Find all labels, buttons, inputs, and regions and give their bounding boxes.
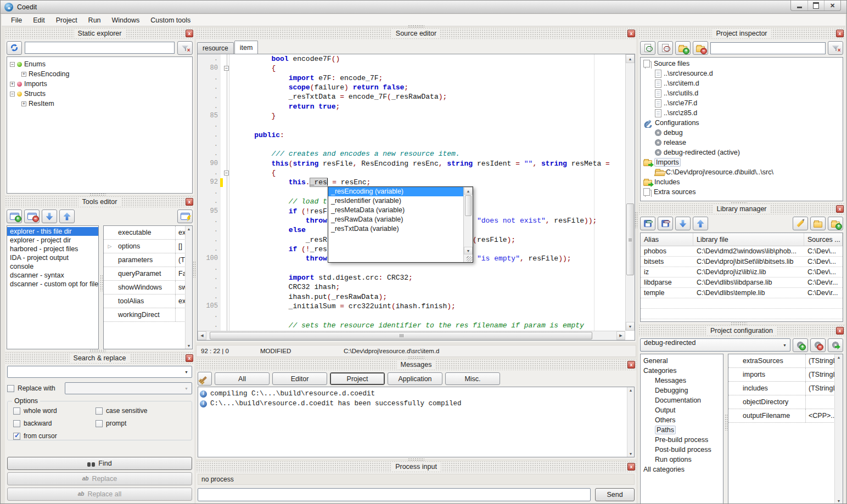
splitter-grip[interactable] — [731, 200, 747, 203]
clear-filter-button[interactable] — [828, 41, 843, 55]
filter-editor-button[interactable]: Editor — [272, 372, 327, 385]
tree-node-includes[interactable]: Includes — [641, 177, 843, 187]
tree-node-config[interactable]: debug — [641, 128, 843, 138]
send-button[interactable]: Send — [595, 488, 635, 501]
close-panel-icon[interactable] — [836, 205, 844, 213]
clear-messages-button[interactable] — [198, 372, 212, 386]
close-panel-icon[interactable] — [836, 327, 844, 335]
splitter-grip[interactable] — [635, 212, 638, 228]
close-panel-icon[interactable] — [627, 463, 635, 471]
tree-node-imports[interactable]: Imports — [641, 157, 843, 167]
chevron-down-icon[interactable]: ▼ — [780, 339, 789, 350]
checkbox[interactable] — [96, 407, 103, 415]
tree-node-file[interactable]: ..\src\resource.d — [641, 69, 843, 78]
clear-filter-button[interactable] — [177, 41, 193, 55]
tool-item[interactable]: explorer - project dir — [7, 236, 98, 245]
tree-node-config[interactable]: release — [641, 138, 843, 148]
add-folder-button[interactable] — [675, 41, 691, 55]
message-log[interactable]: compiling C:\...\build\resource.d.coedit… — [198, 387, 635, 457]
tree-node-configurations[interactable]: Configurations — [641, 118, 843, 128]
completion-item[interactable]: _resTxtData (variable) — [328, 224, 463, 234]
add-library-folder-button[interactable] — [828, 217, 843, 230]
replace-with-checkbox[interactable] — [7, 385, 14, 392]
menu-project[interactable]: Project — [51, 15, 82, 26]
checkbox[interactable] — [13, 420, 20, 427]
table-row[interactable]: bitsetsC:\Dev\dproj\bitSet\lib\bitsets.l… — [641, 257, 843, 267]
remove-configuration-button[interactable] — [810, 338, 826, 352]
replace-all-button[interactable]: abReplace all — [7, 488, 192, 501]
tree-node-file[interactable]: ..\src\item.d — [641, 78, 843, 88]
scroll-up-icon[interactable]: ▲ — [626, 54, 635, 63]
move-tool-up-button[interactable] — [59, 209, 75, 223]
grid-scrollbar[interactable]: ▲▼ — [185, 226, 192, 349]
maximize-button[interactable] — [807, 1, 824, 10]
category-pre-build[interactable]: Pre-build process — [641, 435, 723, 445]
case-sensitive-option[interactable]: case sensitive — [96, 407, 188, 415]
scroll-down-icon[interactable]: ▼ — [464, 247, 473, 254]
move-library-up-button[interactable] — [693, 217, 708, 230]
resize-grip-icon[interactable] — [467, 256, 472, 262]
menu-windows[interactable]: Windows — [107, 15, 145, 26]
tool-item[interactable]: harbored - project files — [7, 245, 98, 253]
chevron-down-icon[interactable]: ▼ — [182, 367, 191, 377]
splitter-grip[interactable] — [731, 322, 747, 325]
symbol-tree[interactable]: Enums ResEncoding Imports Structs ResIte… — [7, 56, 193, 194]
category-all-categories[interactable]: All categories — [641, 465, 723, 474]
splitter-grip[interactable] — [408, 25, 424, 28]
category-others[interactable]: Others — [641, 415, 723, 425]
replace-button[interactable]: abReplace — [7, 472, 192, 485]
scroll-thumb[interactable] — [465, 195, 472, 216]
tree-node-enums[interactable]: Enums — [7, 59, 192, 69]
scroll-right-icon[interactable]: ▶ — [616, 331, 625, 340]
minimize-button[interactable] — [791, 1, 807, 10]
menu-run[interactable]: Run — [83, 15, 106, 26]
tree-node-file[interactable]: ..\src\z85.d — [641, 108, 843, 118]
tree-node-extra-sources[interactable]: Extra sources — [641, 187, 843, 197]
tool-item[interactable]: IDA - project output — [7, 253, 98, 262]
checkbox-checked[interactable] — [13, 433, 20, 440]
scroll-thumb[interactable] — [210, 332, 592, 339]
configuration-selector[interactable]: debug-redirected ▼ — [640, 338, 790, 352]
column-sources[interactable]: Sources ... — [804, 233, 843, 246]
expand-icon[interactable] — [21, 72, 26, 77]
category-messages[interactable]: Messages — [641, 376, 723, 386]
inspector-filter-input[interactable] — [710, 42, 826, 54]
scroll-left-icon[interactable]: ◀ — [198, 331, 206, 340]
tree-node-file[interactable]: ..\src\e7F.d — [641, 98, 843, 108]
expand-icon[interactable] — [10, 82, 15, 87]
table-row[interactable]: izC:\Dev\dproj\iz\lib\iz.libC:\Dev\... — [641, 267, 843, 278]
log-scrollbar[interactable]: ▲▼ — [627, 387, 634, 457]
table-row[interactable]: phobosC:\Dev\dmd2\windows\lib\phob...C:\… — [641, 246, 843, 257]
tree-node-import-path[interactable]: C:\Dev\dproj\resource.d\build\..\src\ — [641, 167, 843, 177]
table-row[interactable]: templeC:\Dev\dlibs\temple.libC:\Dev\r... — [641, 288, 843, 298]
grid-scrollbar[interactable]: ▲▼ — [834, 354, 843, 504]
table-row[interactable]: libdparseC:\Dev\dlibs\libdparse.libC:\De… — [641, 278, 843, 288]
replace-term-combobox[interactable]: ▼ — [65, 382, 192, 394]
refresh-button[interactable] — [7, 41, 22, 55]
close-panel-icon[interactable] — [186, 30, 193, 37]
tree-node-imports[interactable]: Imports — [7, 79, 192, 89]
code-editor[interactable]: . bool encodee7F()80 {. import e7F: enco… — [197, 54, 635, 341]
remove-tool-button[interactable] — [24, 209, 40, 223]
library-table[interactable]: Alias Library file Sources ... phobosC:\… — [640, 233, 843, 322]
edit-library-button[interactable] — [793, 217, 808, 230]
remove-source-button[interactable] — [658, 41, 673, 55]
tree-node-file[interactable]: ..\src\utils.d — [641, 88, 843, 98]
scroll-down-icon[interactable]: ▼ — [626, 322, 635, 331]
filter-all-button[interactable]: All — [215, 372, 270, 385]
backward-option[interactable]: backward — [13, 420, 96, 427]
tree-node-structs[interactable]: Structs — [7, 89, 192, 99]
scroll-down-icon[interactable]: ▼ — [186, 344, 192, 348]
execute-tool-button[interactable] — [177, 209, 193, 223]
close-panel-icon[interactable] — [186, 354, 193, 362]
tree-node-config-active[interactable]: debug-redirected (active) — [641, 148, 843, 157]
tool-item[interactable]: console — [7, 262, 98, 271]
scroll-up-icon[interactable]: ▲ — [464, 187, 473, 195]
category-run-options[interactable]: Run options — [641, 455, 723, 465]
splitter-grip[interactable] — [89, 193, 106, 196]
tool-item-selected[interactable]: explorer - this file dir — [7, 227, 98, 236]
column-library-file[interactable]: Library file — [693, 233, 804, 246]
add-tool-button[interactable] — [7, 209, 22, 223]
completion-popup[interactable]: _resEncoding (variable) _resIdentifier (… — [328, 186, 473, 263]
category-tree[interactable]: General Categories Messages Debugging Do… — [640, 354, 723, 504]
